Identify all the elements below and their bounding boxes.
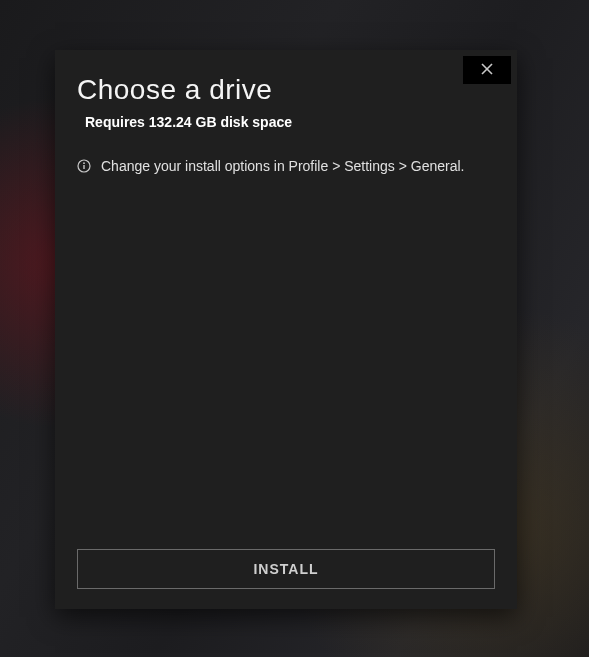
app-backdrop: Choose a drive Requires 132.24 GB disk s… [0, 0, 589, 657]
svg-point-3 [83, 162, 85, 164]
svg-rect-4 [83, 165, 84, 169]
info-icon [77, 159, 91, 173]
disk-space-requirement: Requires 132.24 GB disk space [85, 114, 495, 130]
info-text: Change your install options in Profile >… [101, 158, 464, 174]
choose-drive-dialog: Choose a drive Requires 132.24 GB disk s… [55, 50, 517, 609]
info-row: Change your install options in Profile >… [77, 158, 495, 174]
close-button[interactable] [463, 56, 511, 84]
install-button[interactable]: INSTALL [77, 549, 495, 589]
dialog-title: Choose a drive [77, 74, 495, 106]
dialog-content: Choose a drive Requires 132.24 GB disk s… [55, 50, 517, 174]
close-icon [481, 63, 493, 78]
